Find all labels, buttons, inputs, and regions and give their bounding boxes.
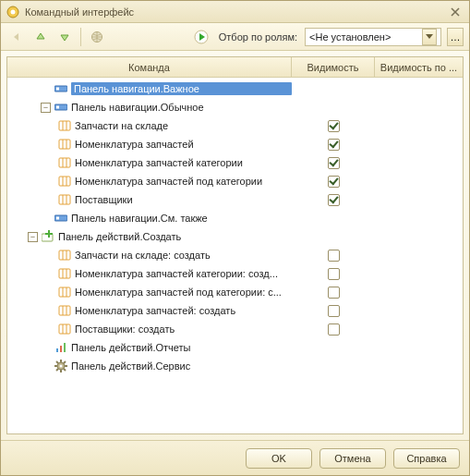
svg-rect-27 xyxy=(42,234,53,241)
tree-label: Панель действий.Отчеты xyxy=(71,342,292,353)
toolbar: Отбор по ролям: <Не установлен> … xyxy=(1,23,469,51)
ok-button[interactable]: OK xyxy=(246,448,312,469)
tree-row[interactable]: Панель навигации.См. также xyxy=(7,209,463,227)
report-icon xyxy=(54,341,67,354)
separator xyxy=(80,28,81,46)
footer: OK Отмена Справка xyxy=(1,440,469,475)
catalog-icon xyxy=(58,267,71,280)
svg-rect-26 xyxy=(56,217,59,220)
svg-rect-10 xyxy=(59,121,70,130)
svg-point-49 xyxy=(60,365,63,368)
back-button[interactable] xyxy=(6,27,27,47)
svg-rect-22 xyxy=(59,195,70,204)
command-grid: Команда Видимость Видимость по ... Панел… xyxy=(6,56,464,434)
tree-label: Номенклатура запчастей xyxy=(75,139,292,150)
visibility-checkbox[interactable] xyxy=(328,250,340,262)
panel-blue-icon xyxy=(54,212,67,225)
globe-button[interactable] xyxy=(87,27,107,47)
tree-row[interactable]: Запчасти на складе xyxy=(7,116,463,135)
play-button[interactable] xyxy=(191,27,211,47)
collapse-toggle[interactable]: − xyxy=(28,232,38,242)
tree-row[interactable]: Панель действий.Сервис xyxy=(7,357,463,375)
filter-label: Отбор по ролям: xyxy=(219,31,297,43)
collapse-toggle[interactable]: − xyxy=(41,103,51,113)
up-button[interactable] xyxy=(30,27,51,47)
catalog-icon xyxy=(58,323,71,336)
app-icon xyxy=(6,6,19,18)
svg-rect-29 xyxy=(45,233,53,235)
tree-row[interactable]: Номенклатура запчастей: создать xyxy=(7,301,463,320)
tree-row[interactable]: Номенклатура запчастей под категории xyxy=(7,172,463,190)
tree-label: Номенклатура запчастей: создать xyxy=(75,305,292,316)
role-filter-select[interactable]: <Не установлен> xyxy=(305,28,441,46)
svg-rect-39 xyxy=(59,306,70,315)
catalog-icon xyxy=(58,193,71,206)
tree-row[interactable]: −Панель действий.Создать xyxy=(7,227,463,246)
tree-label: Номенклатура запчастей под категории: с.… xyxy=(75,287,292,298)
tree-label: Запчасти на складе: создать xyxy=(75,250,292,261)
visibility-checkbox[interactable] xyxy=(328,268,340,280)
more-button[interactable]: … xyxy=(447,28,464,46)
visibility-checkbox[interactable] xyxy=(328,194,340,206)
svg-rect-30 xyxy=(59,250,70,260)
window: Командный интерфейс Отбор по ролям: <Не … xyxy=(0,0,470,476)
svg-rect-42 xyxy=(59,324,70,334)
visibility-checkbox[interactable] xyxy=(328,287,340,299)
tree-row[interactable]: Панель навигации.Важное xyxy=(7,79,463,98)
tree-label: Панель действий.Сервис xyxy=(71,360,292,372)
cancel-button[interactable]: Отмена xyxy=(319,448,386,469)
tree-row[interactable]: Поставщики: создать xyxy=(7,320,463,338)
tree-label: Номенклатура запчастей под категории xyxy=(75,176,292,187)
visibility-checkbox[interactable] xyxy=(328,139,340,151)
col-command[interactable]: Команда xyxy=(7,57,292,77)
tree-label: Запчасти на складе xyxy=(75,120,292,131)
catalog-icon xyxy=(58,175,71,188)
grid-header: Команда Видимость Видимость по ... xyxy=(7,57,463,78)
tree-label: Панель навигации.Важное xyxy=(71,82,292,95)
dropdown-button[interactable] xyxy=(422,29,437,45)
close-button[interactable] xyxy=(447,4,464,20)
visibility-checkbox[interactable] xyxy=(328,323,340,336)
svg-line-56 xyxy=(64,361,66,363)
svg-rect-46 xyxy=(60,346,62,352)
visibility-checkbox[interactable] xyxy=(328,305,340,317)
role-filter-value: <Не установлен> xyxy=(309,31,420,43)
down-button[interactable] xyxy=(54,27,75,47)
tree-row[interactable]: Запчасти на складе: создать xyxy=(7,246,463,264)
gear-icon xyxy=(54,360,67,372)
help-button[interactable]: Справка xyxy=(393,448,460,469)
tree-label: Поставщики xyxy=(75,194,292,205)
catalog-icon xyxy=(58,249,71,262)
svg-rect-36 xyxy=(59,287,70,297)
catalog-icon xyxy=(58,119,71,132)
window-title: Командный интерфейс xyxy=(25,6,447,18)
svg-rect-16 xyxy=(59,158,70,167)
catalog-icon xyxy=(58,304,71,317)
visibility-checkbox[interactable] xyxy=(328,157,340,169)
tree-row[interactable]: Номенклатура запчастей под категории: с.… xyxy=(7,283,463,301)
tree-label: Панель действий.Создать xyxy=(58,231,292,242)
svg-rect-19 xyxy=(59,177,70,186)
catalog-icon xyxy=(58,286,71,299)
visibility-checkbox[interactable] xyxy=(328,176,340,188)
tree-row[interactable]: Номенклатура запчастей xyxy=(7,135,463,153)
tree-row[interactable]: Номенклатура запчастей категории: созд..… xyxy=(7,264,463,283)
svg-line-57 xyxy=(56,369,58,371)
tree-row[interactable]: Номенклатура запчастей категории xyxy=(7,153,463,172)
tree-row[interactable]: Панель действий.Отчеты xyxy=(7,338,463,357)
panel-blue-icon xyxy=(54,82,67,95)
catalog-icon xyxy=(58,138,71,151)
visibility-checkbox[interactable] xyxy=(328,120,340,132)
svg-rect-7 xyxy=(56,88,59,91)
col-visibility[interactable]: Видимость xyxy=(292,57,375,77)
svg-line-54 xyxy=(56,361,58,363)
col-visibility-by[interactable]: Видимость по ... xyxy=(375,57,463,77)
tree-label: Поставщики: создать xyxy=(75,323,292,335)
panel-blue-icon xyxy=(54,101,67,114)
panel-create-icon xyxy=(42,230,54,243)
tree-row[interactable]: Поставщики xyxy=(7,190,463,209)
tree-label: Номенклатура запчастей категории xyxy=(75,157,292,168)
svg-rect-9 xyxy=(56,106,59,109)
tree-row[interactable]: −Панель навигации.Обычное xyxy=(7,98,463,116)
svg-rect-45 xyxy=(56,348,58,352)
